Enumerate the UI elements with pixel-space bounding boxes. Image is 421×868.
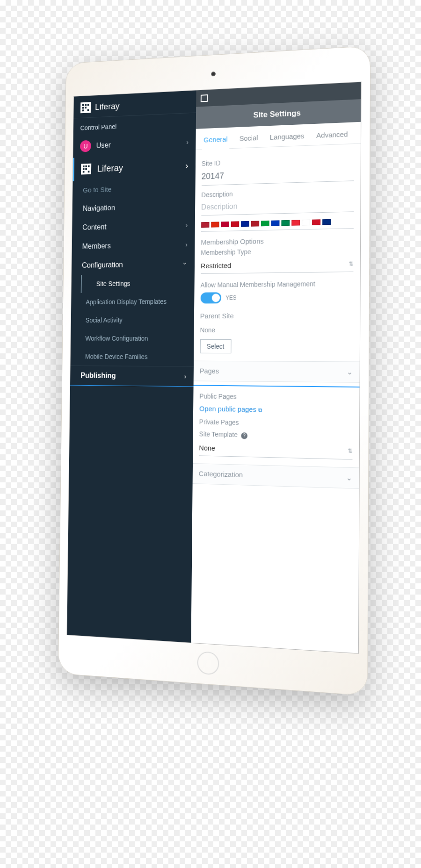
chevron-right-icon: › (185, 160, 189, 171)
camera-dot (211, 72, 216, 76)
svg-rect-5 (82, 109, 84, 111)
group-header-label: Pages (200, 367, 219, 375)
chevron-right-icon: › (184, 373, 187, 380)
tab-social[interactable]: Social (235, 131, 263, 148)
home-button[interactable] (197, 651, 219, 675)
chevron-right-icon: › (186, 222, 188, 229)
allow-manual-toggle[interactable] (200, 292, 221, 303)
group-header-label: Categorization (199, 469, 243, 479)
panel-toggle-icon[interactable] (200, 94, 207, 102)
chevron-down-icon: ⌄ (347, 368, 353, 377)
private-pages-label: Private Pages (199, 418, 353, 428)
svg-rect-11 (85, 168, 87, 170)
help-icon[interactable]: ? (241, 432, 247, 439)
public-pages-label: Public Pages (199, 392, 353, 402)
site-template-select[interactable]: None ⇅ (199, 441, 352, 459)
sidebar-sublist: Go to Site Navigation Content › Members … (70, 177, 195, 387)
flag-icon[interactable] (322, 219, 331, 225)
svg-rect-8 (85, 165, 87, 167)
flag-icon[interactable] (201, 222, 209, 228)
brand-name: Liferay (95, 101, 120, 112)
active-underline (193, 385, 359, 387)
select-value: Restricted (201, 261, 231, 270)
allow-manual-label: Allow Manual Membership Management (201, 280, 354, 289)
flag-icon[interactable] (251, 221, 259, 226)
user-avatar-icon: U (80, 140, 91, 152)
sidebar-item-label: Navigation (83, 204, 116, 213)
sidebar-item-label: Members (82, 242, 111, 251)
sidebar-item-mobile-device-families[interactable]: Mobile Device Families (71, 347, 194, 366)
sidebar-item-publishing[interactable]: Publishing › (70, 366, 193, 386)
membership-options-title: Membership Options (201, 235, 353, 246)
flag-icon[interactable] (291, 220, 300, 225)
categorization-group-header[interactable]: Categorization ⌄ (192, 463, 359, 488)
flag-icon[interactable] (231, 221, 239, 227)
open-public-pages-link[interactable]: Open public pages⧉ (199, 404, 262, 413)
tablet-frame: Liferay Control Panel U User › Liferay › (58, 46, 370, 696)
sidebar-item-social-activity[interactable]: Social Activity (71, 310, 194, 329)
sidebar-item-workflow-config[interactable]: Workflow Configuration (71, 329, 194, 348)
flag-icon[interactable] (221, 222, 229, 227)
pages-group-header[interactable]: Pages ⌄ (193, 361, 360, 383)
sidebar-item-members[interactable]: Members › (72, 235, 195, 256)
flag-icon[interactable] (302, 220, 310, 226)
sidebar-item-label: Go to Site (83, 185, 111, 194)
toggle-state-label: YES (225, 294, 236, 301)
chevron-down-icon: ⌄ (346, 473, 352, 482)
sidebar-item-label: Publishing (80, 372, 116, 380)
flag-icon[interactable] (281, 220, 290, 226)
select-button[interactable]: Select (200, 339, 231, 353)
svg-rect-9 (88, 165, 90, 167)
sidebar-item-label: Content (82, 223, 107, 232)
app-screen: Liferay Control Panel U User › Liferay › (66, 82, 361, 654)
flag-icon[interactable] (312, 219, 320, 225)
svg-rect-13 (88, 171, 90, 172)
sidebar-item-site-settings[interactable]: Site Settings (81, 273, 194, 293)
membership-type-label: Membership Type (201, 246, 354, 257)
sidebar-item-label: Workflow Configuration (85, 335, 148, 342)
sidebar-item-label: Site Settings (96, 280, 131, 287)
parent-site-title: Parent Site (200, 311, 353, 320)
sidebar-item-liferay[interactable]: Liferay › (73, 153, 196, 181)
site-id-value: 20147 (202, 164, 354, 186)
chevron-right-icon: › (186, 138, 189, 146)
sidebar-item-navigation[interactable]: Navigation (73, 196, 195, 218)
svg-rect-7 (83, 165, 85, 167)
svg-rect-10 (83, 168, 85, 170)
sidebar: Liferay Control Panel U User › Liferay › (67, 90, 196, 642)
flag-icon[interactable] (211, 222, 219, 227)
liferay-logo-icon (80, 102, 91, 113)
liferay-logo-icon (81, 164, 91, 175)
sidebar-item-label: Application Display Templates (86, 298, 167, 306)
sidebar-item-app-display-templates[interactable]: Application Display Templates (71, 292, 194, 311)
select-value: None (199, 444, 215, 452)
svg-rect-0 (82, 104, 84, 106)
tab-general[interactable]: General (199, 132, 232, 149)
svg-rect-4 (85, 107, 87, 108)
select-caret-icon: ⇅ (348, 260, 353, 267)
svg-rect-3 (82, 107, 84, 109)
chevron-right-icon: › (185, 241, 188, 248)
svg-rect-6 (87, 109, 89, 111)
select-caret-icon: ⇅ (348, 447, 352, 454)
tab-advanced[interactable]: Advanced (312, 127, 353, 145)
flag-icon[interactable] (261, 221, 269, 226)
svg-rect-2 (87, 104, 89, 106)
sidebar-item-label: Liferay (97, 160, 179, 173)
svg-rect-1 (85, 104, 87, 106)
sidebar-item-label: Social Activity (86, 316, 123, 324)
sidebar-config-sublist: Site Settings Application Display Templa… (71, 273, 195, 366)
form-area: Site ID 20147 Description Description Me… (192, 143, 361, 497)
external-link-icon: ⧉ (258, 407, 262, 413)
flag-icon[interactable] (241, 221, 249, 227)
description-input[interactable]: Description (201, 196, 354, 216)
tab-languages[interactable]: Languages (265, 129, 309, 147)
sidebar-item-content[interactable]: Content › (72, 215, 195, 237)
membership-type-select[interactable]: Restricted ⇅ (201, 257, 354, 274)
locale-flags[interactable] (201, 219, 354, 232)
sidebar-item-configuration[interactable]: Configuration ⌄ (72, 254, 195, 275)
content-area: Site Settings General Social Languages A… (191, 82, 361, 653)
site-template-label: Site Template ? (199, 430, 353, 441)
flag-icon[interactable] (271, 220, 279, 226)
svg-rect-12 (83, 171, 85, 173)
